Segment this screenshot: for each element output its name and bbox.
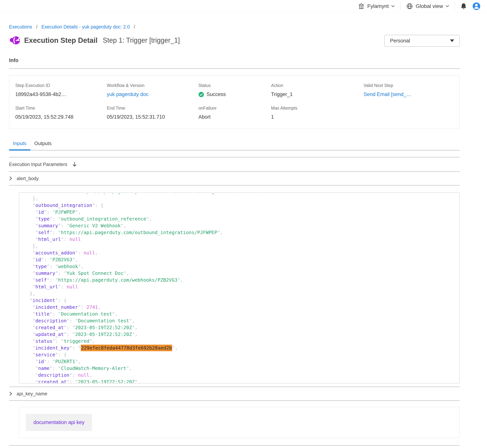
info-heading: Info (9, 57, 460, 63)
field-status: Status Success (198, 83, 271, 97)
field-start-time: Start Time 05/19/2023, 15:52:29.748 (15, 106, 107, 120)
topbar-divider (455, 2, 455, 10)
globe-icon (406, 3, 413, 10)
breadcrumb: Executions / Execution Details - yuk pag… (9, 24, 460, 30)
code-line: "id": "PJFWPEP", (27, 209, 459, 216)
code-line: "incident_number": 2741, (27, 304, 459, 311)
field-max-attempts: Max Attempts 1 (271, 106, 364, 120)
code-line: "description": null, (27, 372, 459, 379)
user-avatar[interactable] (472, 2, 481, 10)
code-line: "summary": "Generic V2 Webhook", (27, 222, 459, 229)
code-line: "id": "PUZKRT1", (27, 358, 459, 365)
breadcrumb-separator: / (36, 24, 37, 29)
api-key-name-chip: documentation api key (26, 414, 92, 431)
scope-select-value: Personal (390, 38, 410, 44)
param-label-alert-body: alert_body (16, 176, 39, 181)
field-end-time: End Time 05/19/2023, 15:52:31.710 (107, 106, 198, 120)
page-subtitle: Step 1: Trigger [trigger_1] (103, 36, 180, 44)
code-line: }, (27, 290, 459, 297)
topbar-divider (400, 2, 401, 10)
code-line: "accounts_addon": null, (27, 249, 459, 256)
next-step-link[interactable]: Send Email [send_… (364, 91, 412, 97)
code-line: "created_at": "2023-05-19T22:52:20Z", (27, 324, 459, 331)
status-text: Success (206, 91, 226, 97)
tab-inputs[interactable]: Inputs (9, 139, 30, 151)
code-line: "id": "PZB2VG3", (27, 256, 459, 263)
chevron-down-icon (446, 5, 449, 7)
chevron-right-icon (9, 176, 12, 181)
notifications-bell-icon[interactable] (461, 3, 467, 10)
code-line: "summary": "Yuk Spot Connect Doc", (27, 270, 459, 277)
success-check-icon (198, 92, 204, 97)
info-grid: Step Execution ID 18992a43-9538-4b2… Wor… (15, 83, 453, 120)
institution-icon (358, 3, 365, 10)
field-on-failure: onFailure Abort (198, 106, 271, 120)
params-header-row: Execution Input Parameters (9, 158, 460, 172)
code-line: "updated_at": "2023-05-19T22:52:20Z", (27, 331, 459, 338)
title-row: Execution Step Detail Step 1: Trigger [t… (9, 35, 460, 47)
field-step-execution-id: Step Execution ID 18992a43-9538-4b2… (15, 83, 107, 97)
param-row-api-key-name[interactable]: api_key_name (9, 387, 460, 401)
view-label: Global view (416, 3, 443, 9)
code-line: "service": { (27, 352, 459, 358)
breadcrumb-separator: / (134, 24, 135, 29)
code-line: "status": "triggered", (27, 338, 459, 345)
code-line: }, (27, 243, 459, 249)
code-line: }, (27, 195, 459, 202)
select-caret-icon (450, 40, 454, 42)
breadcrumb-executions-link[interactable]: Executions (9, 24, 32, 29)
code-line: "title": "Documentation test", (27, 311, 459, 318)
alert-body-json[interactable]: "self": "https://api.pagerduty.com/servi… (19, 192, 460, 384)
field-valid-next-step: Valid Next Step Send Email [send_… (364, 83, 453, 97)
code-line: "outbound_integration": { (27, 202, 459, 209)
scope-select[interactable]: Personal (384, 35, 460, 47)
section-divider (9, 68, 460, 69)
field-workflow-version: Workflow & Version yuk pagerduty doc (107, 83, 198, 97)
code-line: "html_url": null (27, 236, 459, 243)
code-line: "description": "Documentation test", (27, 318, 459, 324)
org-label: Fylamynt (367, 3, 389, 9)
code-line: "name": "CloudWatch-Memory-Alert", (27, 365, 459, 372)
workflow-link[interactable]: yuk pagerduty doc (107, 91, 149, 97)
org-switcher[interactable]: Fylamynt (358, 3, 395, 10)
field-action: Action Trigger_1 (271, 83, 364, 97)
info-card: Step Execution ID 18992a43-9538-4b2… Wor… (9, 75, 460, 129)
chevron-down-icon (391, 5, 395, 7)
workflow-brand-icon (9, 35, 20, 46)
code-line: "self": "https://api.pagerduty.com/servi… (27, 193, 459, 195)
code-line: "created_at": "2023-05-19T22:52:20Z", (27, 379, 459, 383)
code-line: "self": "https://api.pagerduty.com/outbo… (27, 229, 459, 236)
tab-bar: Inputs Outputs (9, 139, 460, 151)
param-label-api-key-name: api_key_name (16, 391, 47, 397)
tab-outputs[interactable]: Outputs (30, 139, 56, 151)
api-key-name-value-card: documentation api key (19, 407, 460, 438)
topbar: Fylamynt Global view (0, 0, 487, 12)
code-line: "html_url": null (27, 283, 459, 290)
code-line: "type": "outbound_integration_reference"… (27, 216, 459, 222)
param-row-api-key-value[interactable]: api_key_value (9, 446, 460, 448)
code-line: "incident": { (27, 297, 459, 304)
page-title: Execution Step Detail (24, 36, 97, 45)
chevron-right-icon (9, 392, 12, 396)
code-line: "incident_key": "229efec8feda44778d3fe69… (27, 345, 459, 352)
execution-step-detail-page: Executions / Execution Details - yuk pag… (0, 24, 487, 448)
view-switcher[interactable]: Global view (406, 3, 449, 10)
param-row-alert-body[interactable]: alert_body (9, 172, 460, 186)
code-line: "self": "https://api.pagerduty.com/webho… (27, 277, 459, 283)
code-line: "type": "webhook", (27, 263, 459, 270)
download-arrow-icon[interactable] (72, 162, 77, 167)
breadcrumb-execution-details-link[interactable]: Execution Details - yuk pagerduty doc: 2… (41, 24, 130, 29)
params-heading: Execution Input Parameters (9, 162, 67, 167)
execution-input-parameters-section: Execution Input Parameters alert_body "s… (9, 157, 460, 448)
